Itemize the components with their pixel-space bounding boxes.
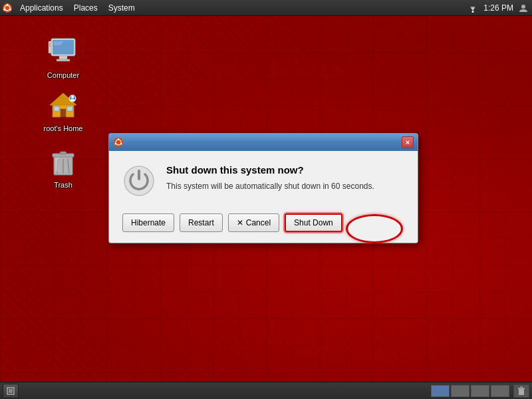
power-icon bbox=[122, 164, 156, 198]
restart-button[interactable]: Restart bbox=[180, 213, 223, 232]
ubuntu-dialog-icon bbox=[113, 137, 124, 148]
shutdown-dialog: × Shut down bbox=[108, 133, 418, 243]
power-icon-container bbox=[122, 164, 156, 198]
dialog-message: This system will be automatically shut d… bbox=[166, 181, 404, 192]
dialog-text-area: Shut down this system now? This system w… bbox=[166, 164, 404, 192]
desktop: Applications Places System 1:26 PM bbox=[0, 0, 532, 399]
cancel-button[interactable]: ✕ Cancel bbox=[228, 213, 279, 232]
svg-point-31 bbox=[118, 138, 119, 140]
cancel-label: Cancel bbox=[246, 218, 271, 227]
dialog-overlay: × Shut down bbox=[0, 0, 532, 399]
svg-point-32 bbox=[120, 143, 122, 144]
svg-point-33 bbox=[115, 143, 116, 144]
dialog-body: Shut down this system now? This system w… bbox=[109, 151, 418, 243]
cancel-x-icon: ✕ bbox=[237, 218, 243, 227]
dialog-heading: Shut down this system now? bbox=[166, 164, 404, 176]
hibernate-button[interactable]: Hibernate bbox=[122, 213, 174, 232]
shutdown-button[interactable]: Shut Down bbox=[285, 213, 342, 232]
dialog-title-icon bbox=[113, 137, 124, 148]
dialog-content: Shut down this system now? This system w… bbox=[122, 164, 404, 198]
dialog-close-button[interactable]: × bbox=[402, 136, 414, 148]
dialog-titlebar: × bbox=[109, 134, 418, 151]
dialog-buttons: Hibernate Restart ✕ Cancel Shut Down bbox=[122, 211, 404, 232]
